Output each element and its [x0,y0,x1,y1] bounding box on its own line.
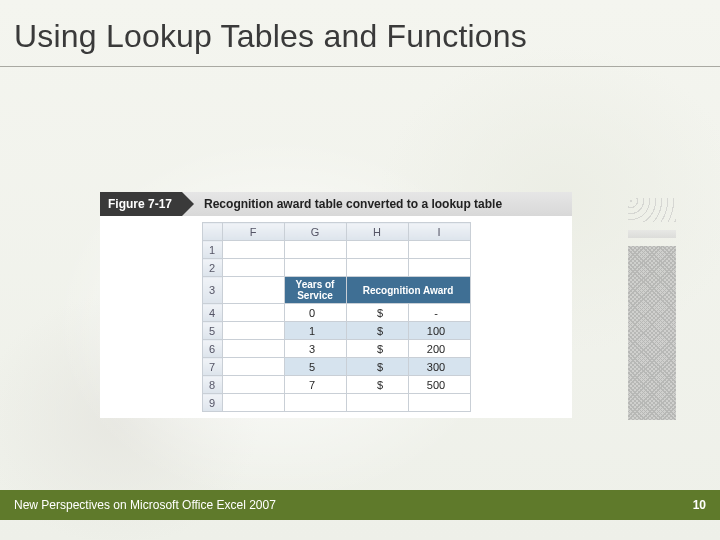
cell [222,322,284,340]
row: 1 [202,241,470,259]
cell [408,241,470,259]
award-cell: 200 [408,340,470,358]
page-number: 10 [693,498,706,512]
cell [284,259,346,277]
row: 2 [202,259,470,277]
row-header: 4 [202,304,222,322]
slide-title: Using Lookup Tables and Functions [14,18,706,55]
row-header: 1 [202,241,222,259]
row: 7 5 $ 300 [202,358,470,376]
award-cell: 300 [408,358,470,376]
row-header: 2 [202,259,222,277]
cell [346,259,408,277]
cell [346,394,408,412]
cell [222,376,284,394]
row: 9 [202,394,470,412]
decorative-texture [628,230,676,238]
footer-text: New Perspectives on Microsoft Office Exc… [14,498,276,512]
col-header: H [346,223,408,241]
cell [222,358,284,376]
years-cell: 0 [284,304,346,322]
row: 6 3 $ 200 [202,340,470,358]
row: 5 1 $ 100 [202,322,470,340]
years-cell: 7 [284,376,346,394]
row: 8 7 $ 500 [202,376,470,394]
row-header: 3 [202,277,222,304]
cell [408,394,470,412]
award-cell: 100 [408,322,470,340]
col-header: G [284,223,346,241]
row-header: 9 [202,394,222,412]
decorative-texture [628,198,676,222]
figure-header-bar: Figure 7-17 Recognition award table conv… [100,192,572,216]
cell [408,259,470,277]
cell [346,241,408,259]
col-header: I [408,223,470,241]
years-cell: 1 [284,322,346,340]
years-cell: 3 [284,340,346,358]
currency-cell: $ [346,358,408,376]
decorative-texture [628,246,676,420]
header-years: Years of Service [284,277,346,304]
row-header: 8 [202,376,222,394]
col-header-row: F G H I [202,223,470,241]
cell [222,277,284,304]
years-cell: 5 [284,358,346,376]
cell [222,259,284,277]
figure-label: Figure 7-17 [108,197,172,211]
cell [222,394,284,412]
row-header: 5 [202,322,222,340]
award-cell: 500 [408,376,470,394]
currency-cell: $ [346,340,408,358]
title-divider [0,66,720,67]
row: 4 0 $ - [202,304,470,322]
worksheet-wrap: F G H I 1 2 [100,216,572,418]
row-header: 6 [202,340,222,358]
currency-cell: $ [346,322,408,340]
row: 3 Years of Service Recognition Award [202,277,470,304]
cell [284,394,346,412]
figure-block: Figure 7-17 Recognition award table conv… [100,192,572,418]
footer-bar: New Perspectives on Microsoft Office Exc… [0,490,720,520]
cell [222,304,284,322]
cell [284,241,346,259]
worksheet-grid: F G H I 1 2 [202,222,471,412]
figure-caption: Recognition award table converted to a l… [204,197,502,211]
row-header: 7 [202,358,222,376]
corner-cell [202,223,222,241]
figure-label-chip: Figure 7-17 [100,192,182,216]
cell [222,340,284,358]
col-header: F [222,223,284,241]
cell [222,241,284,259]
slide: Using Lookup Tables and Functions Figure… [0,0,720,540]
award-cell: - [408,304,470,322]
currency-cell: $ [346,304,408,322]
header-award: Recognition Award [346,277,470,304]
currency-cell: $ [346,376,408,394]
